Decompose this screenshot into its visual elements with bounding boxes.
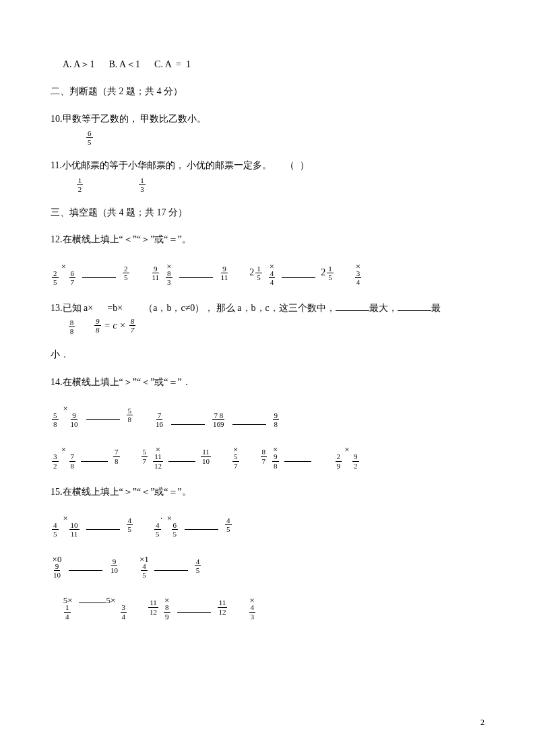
q12-blank3[interactable] xyxy=(282,268,315,278)
q14-blank2[interactable] xyxy=(171,415,205,425)
q13-mid2: （a，b，c≠0）， 那么 a，b，c，这三个数中， xyxy=(144,301,336,316)
q10-post: ， 甲数比乙数小。 xyxy=(129,112,207,127)
q14-row2: × 32 78 78 57 × 1112 1110 × 57 xyxy=(51,443,484,469)
q14-r2-i5: × 29 92 xyxy=(334,443,360,469)
q10: 10.甲数等于乙数的 6 5 ， 甲数比乙数小。 xyxy=(51,112,484,147)
q11-paren: （ ） xyxy=(285,158,311,173)
q15-row2: ×0 910 910 ×1 45 45 xyxy=(51,553,484,579)
q12-item1: × 25 67 25 xyxy=(51,260,131,286)
q14-title: 14.在横线上填上“＞”“＜”或“＝”． xyxy=(51,375,484,390)
q12-row: × 25 67 25 911 × 83 911 2 15 xyxy=(51,260,484,286)
q13: 13.已知 a× 88 =b× 98 = c × 87 （a，b，c≠0）， 那… xyxy=(51,301,484,336)
q12-title: 12.在横线上填上“＜”“＞”或“＝”。 xyxy=(51,232,484,247)
q15-blank3[interactable] xyxy=(69,561,102,571)
q15-row3: 5× 5× 14 34 1112 × 89 1112 × 43 xyxy=(51,594,484,620)
q11-post: ， 小优的邮票一定多。 xyxy=(175,158,272,173)
q13-line2: 小． xyxy=(51,347,484,362)
section-3-header: 三、填空题（共 4 题；共 17 分） xyxy=(51,205,484,220)
q9-text: A. A＞1 B. A＜1 C. A = 1 xyxy=(63,57,191,72)
q14-blank5[interactable] xyxy=(168,452,195,462)
q12-blank1[interactable] xyxy=(82,268,116,278)
q14-r1-i2: 716 7 8169 98 xyxy=(153,411,280,428)
q13-blank2[interactable] xyxy=(398,301,431,311)
q15-blank4[interactable] xyxy=(154,561,188,571)
q14-blank4[interactable] xyxy=(81,452,108,462)
q11-f2: 1 3 xyxy=(139,176,146,193)
page-content: A. A＞1 B. A＜1 C. A = 1 二、判断题（共 2 题；共 4 分… xyxy=(0,0,535,662)
q15-r3-i2: 1112 × 89 1112 xyxy=(147,594,229,620)
q14-r2-i3: × 57 xyxy=(231,443,241,469)
q10-col1: 10.甲数等于乙数的 6 5 xyxy=(51,112,129,147)
q13-col2: =b× 98 = c × 87 xyxy=(93,301,137,335)
sec3-text: 三、填空题（共 4 题；共 17 分） xyxy=(51,205,187,220)
q11-col2: 等于小华邮票的 1 3 xyxy=(109,158,175,193)
q11: 11.小优邮票的 1 2 等于小华邮票的 1 3 ， 小优的邮票一定多。 （ ） xyxy=(51,158,484,193)
q14-r2-i4: 87 × 98 xyxy=(259,443,315,469)
section-2-header: 二、判断题（共 2 题；共 4 分） xyxy=(51,84,484,99)
q13-col1: 13.已知 a× 88 xyxy=(51,301,93,336)
q14-row1: × 58 910 58 716 7 8169 98 xyxy=(51,402,484,428)
q15-blank2[interactable] xyxy=(185,520,218,530)
q11-f1: 1 2 xyxy=(77,176,84,193)
q13-blank1[interactable] xyxy=(336,301,369,311)
q15-r2-i2: ×1 45 45 xyxy=(139,553,202,579)
q15-r1-i1: × 45 1011 45 xyxy=(51,512,134,538)
q14-r1-i1: × 58 910 58 xyxy=(51,402,134,428)
q14-r2-i2: 57 × 1112 1110 xyxy=(140,443,213,469)
q14-blank3[interactable] xyxy=(232,415,266,425)
q15-blank5[interactable] xyxy=(79,594,106,603)
q14-r2-i1: × 32 78 78 xyxy=(51,443,121,469)
q15-r3-i1: 5× 5× 14 34 xyxy=(51,594,128,620)
q15-row1: × 45 1011 45 · × 45 65 45 xyxy=(51,512,484,538)
q14-blank6[interactable] xyxy=(284,452,311,462)
q12-item2: 911 × 83 911 xyxy=(150,260,231,286)
q12-item3: 2 15 × 44 2 15 xyxy=(249,260,335,286)
q15-blank6[interactable] xyxy=(177,603,211,613)
q9-options: A. A＞1 B. A＜1 C. A = 1 xyxy=(51,57,484,72)
q15-r2-i1: ×0 910 910 xyxy=(51,553,121,579)
q12-blank2[interactable] xyxy=(179,268,213,278)
q12-item4: × 34 xyxy=(354,260,363,286)
sec2-text: 二、判断题（共 2 题；共 4 分） xyxy=(51,84,183,99)
q15-r3-i3: × 43 xyxy=(248,594,257,620)
q11-col1: 11.小优邮票的 1 2 xyxy=(51,158,109,193)
q15-blank1[interactable] xyxy=(86,520,120,530)
q14-blank1[interactable] xyxy=(86,410,120,420)
q15-r1-i2: · × 45 65 45 xyxy=(153,512,233,538)
q10-frac: 6 5 xyxy=(86,129,93,146)
q15-title: 15.在横线上填上“＞”“＜”或“＝”。 xyxy=(51,485,484,500)
page-number: 2 xyxy=(480,716,484,729)
